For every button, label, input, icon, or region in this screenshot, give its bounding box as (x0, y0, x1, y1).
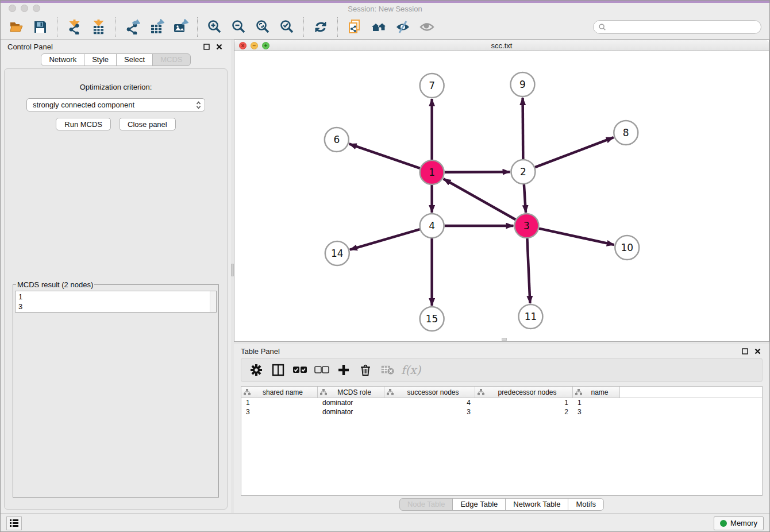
result-scrollbar[interactable] (210, 291, 216, 312)
graph-node-9[interactable]: 9 (510, 72, 534, 97)
search-icon (598, 23, 606, 31)
close-network-button[interactable]: × (239, 42, 247, 49)
duplicate-network-icon[interactable] (345, 17, 364, 37)
edge-2-to-3[interactable] (524, 184, 526, 213)
tab-mcds[interactable]: MCDS (152, 53, 190, 66)
toolbar-separator (115, 17, 116, 37)
graph-node-14[interactable]: 14 (325, 241, 349, 265)
graph-node-3[interactable]: 3 (514, 214, 538, 238)
svg-text:4: 4 (429, 220, 435, 232)
float-table-panel-icon[interactable] (740, 346, 750, 356)
column-pane-icon[interactable] (269, 361, 287, 379)
close-panel-button[interactable]: Close panel (119, 118, 176, 130)
table-cell[interactable]: 1 (475, 399, 573, 407)
window-traffic-lights[interactable] (9, 5, 40, 12)
search-box[interactable] (593, 20, 761, 34)
table-cell[interactable]: 3 (384, 408, 475, 416)
session-home-icon[interactable] (369, 17, 388, 37)
edge-1-to-6[interactable] (349, 144, 420, 168)
svg-text:10: 10 (621, 242, 633, 253)
float-panel-icon[interactable] (201, 42, 211, 51)
column-header-successor-nodes[interactable]: successor nodes (384, 387, 475, 398)
graph-node-4[interactable]: 4 (420, 214, 444, 238)
network-resize-handle[interactable] (502, 338, 507, 341)
run-mcds-button[interactable]: Run MCDS (56, 118, 111, 130)
network-window-titlebar[interactable]: × − + scc.txt (234, 40, 769, 51)
table-cell[interactable]: 1 (573, 399, 620, 407)
table-cell[interactable]: 3 (573, 408, 620, 416)
table-row[interactable]: 3dominator323 (241, 407, 762, 417)
graph-node-8[interactable]: 8 (614, 121, 638, 145)
close-table-panel-icon[interactable] (752, 346, 763, 356)
import-table-icon[interactable] (88, 17, 108, 37)
graph-node-6[interactable]: 6 (325, 128, 349, 152)
edge-1-to-2[interactable] (445, 172, 510, 172)
graph-node-7[interactable]: 7 (420, 74, 444, 98)
edge-3-to-1[interactable] (444, 179, 516, 219)
maximize-network-button[interactable]: + (262, 42, 270, 49)
deselect-all-icon[interactable] (313, 361, 331, 379)
close-window-button[interactable] (9, 5, 16, 12)
table-cell[interactable]: 2 (475, 408, 573, 416)
zoom-selected-icon[interactable] (277, 17, 297, 37)
mcds-result-line: 3 (18, 302, 213, 311)
show-panel-icon[interactable] (417, 17, 437, 37)
tab-network[interactable]: Network (41, 53, 84, 66)
table-cell[interactable]: 3 (241, 408, 318, 416)
graph-node-15[interactable]: 15 (420, 307, 444, 331)
minimize-window-button[interactable] (21, 5, 28, 12)
zoom-fit-icon[interactable] (253, 17, 272, 37)
table-row[interactable]: 1dominator411 (241, 398, 762, 407)
close-panel-icon[interactable] (214, 42, 224, 51)
mcds-result-area[interactable]: 13 (15, 291, 217, 313)
zoom-window-button[interactable] (33, 5, 40, 12)
refresh-style-icon[interactable] (311, 17, 330, 37)
table-cell[interactable]: 1 (241, 399, 318, 407)
table-cell[interactable]: 4 (384, 399, 475, 407)
column-header-shared-name[interactable]: shared name (241, 387, 318, 398)
criterion-select[interactable]: strongly connected component (26, 98, 205, 111)
memory-button[interactable]: Memory (714, 516, 764, 530)
mcds-result-line: 1 (18, 292, 213, 302)
zoom-out-icon[interactable] (229, 17, 248, 37)
task-history-icon[interactable] (6, 516, 22, 530)
edge-2-to-8[interactable] (535, 137, 614, 167)
delete-column-icon[interactable] (356, 361, 375, 379)
tab-node-table[interactable]: Node Table (399, 498, 453, 511)
export-network-icon[interactable] (122, 17, 142, 37)
graph-node-11[interactable]: 11 (518, 304, 542, 329)
svg-text:9: 9 (519, 79, 526, 90)
network-graph-canvas[interactable]: 7968124314101511 (234, 51, 769, 341)
tab-edge-table[interactable]: Edge Table (452, 498, 506, 511)
tab-select[interactable]: Select (116, 53, 153, 66)
table-cell[interactable]: dominator (318, 399, 384, 407)
table-options-icon[interactable] (247, 361, 265, 379)
search-input[interactable] (609, 23, 756, 31)
edge-3-to-11[interactable] (527, 238, 530, 303)
graph-node-2[interactable]: 2 (511, 160, 535, 184)
column-header-filler (620, 387, 762, 398)
graph-node-1[interactable]: 1 (420, 160, 444, 184)
edge-4-to-14[interactable] (350, 229, 420, 249)
tab-network-table[interactable]: Network Table (505, 498, 568, 511)
export-image-icon[interactable] (171, 17, 190, 37)
save-session-icon[interactable] (30, 17, 50, 37)
add-column-icon[interactable] (334, 361, 353, 379)
toolbar-separator (57, 17, 57, 37)
column-header-MCDS-role[interactable]: MCDS role (318, 387, 384, 398)
column-header-predecessor-nodes[interactable]: predecessor nodes (475, 387, 573, 398)
column-header-name[interactable]: name (573, 387, 620, 398)
table-cell[interactable]: dominator (318, 408, 384, 416)
tab-style[interactable]: Style (84, 53, 117, 66)
open-session-icon[interactable] (6, 17, 26, 37)
import-network-icon[interactable] (64, 17, 84, 37)
minimize-network-button[interactable]: − (251, 42, 258, 49)
zoom-in-icon[interactable] (205, 17, 224, 37)
export-table-icon[interactable] (147, 17, 166, 37)
graph-node-10[interactable]: 10 (615, 236, 639, 260)
edge-2-to-9[interactable] (523, 98, 523, 159)
select-all-icon[interactable] (291, 361, 309, 379)
hide-panel-icon[interactable] (393, 17, 413, 37)
edge-3-to-10[interactable] (539, 229, 614, 245)
tab-motifs[interactable]: Motifs (568, 498, 604, 511)
